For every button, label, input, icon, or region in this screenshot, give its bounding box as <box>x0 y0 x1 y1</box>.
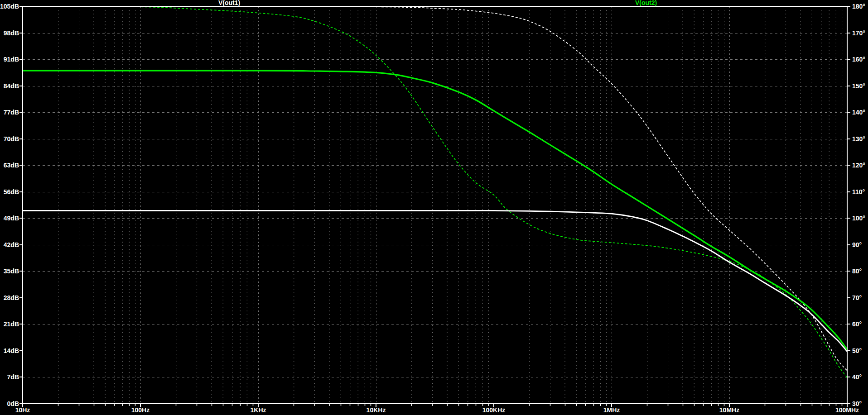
y-left-tick-label[interactable]: 77dB <box>4 109 19 116</box>
y-right-tick-label[interactable]: 160° <box>852 56 865 63</box>
y-left-tick-label[interactable]: 56dB <box>4 188 19 196</box>
y-left-tick-label[interactable]: 7dB <box>7 373 19 381</box>
plot-frame <box>23 6 847 404</box>
trace-vout2-phase_deg[interactable] <box>23 6 847 378</box>
x-axis-tick-label[interactable]: 100KHz <box>482 406 506 414</box>
y-right-tick-label[interactable]: 50° <box>852 347 862 354</box>
y-right-tick-label[interactable]: 90° <box>852 241 862 248</box>
ltspice-waveform-window: 105dB98dB91dB84dB77dB70dB63dB56dB49dB42d… <box>0 0 868 415</box>
y-left-tick-label[interactable]: 84dB <box>4 82 19 90</box>
y-left-tick-label[interactable]: 49dB <box>4 215 19 222</box>
trace-vout1-phase_deg[interactable] <box>23 6 847 371</box>
x-axis-tick-label[interactable]: 1MHz <box>603 406 620 414</box>
x-axis-tick-label[interactable]: 10Hz <box>15 406 30 414</box>
bode-plot-canvas[interactable]: 105dB98dB91dB84dB77dB70dB63dB56dB49dB42d… <box>0 0 868 415</box>
y-left-tick-label[interactable]: 63dB <box>4 162 19 169</box>
y-right-tick-label[interactable]: 110° <box>852 188 865 196</box>
y-left-tick-label[interactable]: 98dB <box>4 29 19 37</box>
y-right-tick-label[interactable]: 40° <box>852 373 862 381</box>
y-right-tick-label[interactable]: 80° <box>852 267 862 275</box>
y-left-tick-label[interactable]: 105dB <box>0 3 19 10</box>
y-right-tick-label[interactable]: 100° <box>852 215 865 222</box>
trace-vout1-magnitude_dB[interactable] <box>23 210 847 351</box>
x-axis-tick-label[interactable]: 1KHz <box>250 406 266 414</box>
y-left-tick-label[interactable]: 91dB <box>4 56 19 63</box>
y-right-tick-label[interactable]: 130° <box>852 135 865 143</box>
x-axis-tick-label[interactable]: 100Hz <box>131 406 149 414</box>
y-left-tick-label[interactable]: 42dB <box>4 241 19 248</box>
y-right-tick-label[interactable]: 150° <box>852 82 865 90</box>
y-left-tick-label[interactable]: 35dB <box>4 267 19 275</box>
y-left-tick-label[interactable]: 28dB <box>4 294 19 301</box>
x-axis-tick-label[interactable]: 100MHz <box>835 406 859 414</box>
y-left-tick-label[interactable]: 14dB <box>4 347 19 354</box>
y-right-tick-label[interactable]: 70° <box>852 294 862 301</box>
y-left-tick-label[interactable]: 70dB <box>4 135 19 143</box>
y-left-tick-label[interactable]: 21dB <box>4 320 19 328</box>
y-right-tick-label[interactable]: 180° <box>852 3 865 10</box>
y-right-tick-label[interactable]: 120° <box>852 162 865 169</box>
y-right-tick-label[interactable]: 170° <box>852 29 865 37</box>
y-right-tick-label[interactable]: 60° <box>852 320 862 328</box>
trace-label-vout2[interactable]: V(out2) <box>635 0 657 6</box>
trace-label-vout1[interactable]: V(out1) <box>218 0 240 6</box>
x-axis-tick-label[interactable]: 10MHz <box>719 406 739 414</box>
y-right-tick-label[interactable]: 140° <box>852 109 865 116</box>
x-axis-tick-label[interactable]: 10KHz <box>366 406 386 414</box>
